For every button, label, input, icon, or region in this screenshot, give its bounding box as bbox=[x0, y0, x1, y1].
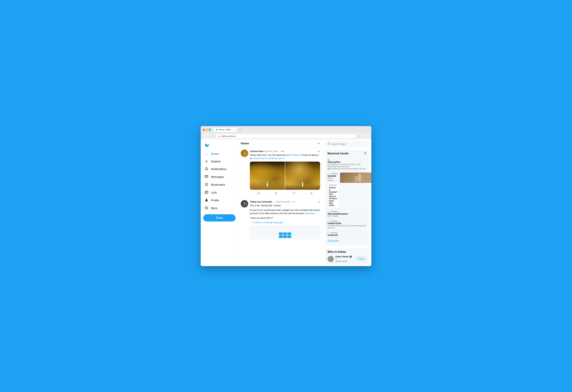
sidebar-label-home: Home bbox=[211, 152, 219, 156]
lists-icon bbox=[205, 191, 208, 195]
sidebar-label-bookmarks: Bookmarks bbox=[211, 183, 225, 186]
forward-button[interactable]: → bbox=[209, 135, 211, 137]
tweet-more-1[interactable]: ∨ bbox=[318, 150, 320, 153]
dune-person-right bbox=[302, 183, 303, 187]
trends-header: Montreal trends bbox=[328, 152, 367, 155]
sidebar-item-more[interactable]: More bbox=[203, 205, 236, 212]
sidebar-item-explore[interactable]: # Explore bbox=[203, 158, 236, 165]
twitter-favicon: 🐦 bbox=[216, 129, 218, 131]
trend-item-disneyplus[interactable]: 📢 #DisneyPlus #DisneyPlus is coming to C… bbox=[328, 157, 367, 171]
feed-title: Home bbox=[241, 142, 249, 145]
show-more-link[interactable]: Show more bbox=[328, 238, 367, 243]
tweet-author-info-1: Joshua Earle @joshua_earle · 45m bbox=[250, 150, 285, 152]
svg-line-12 bbox=[330, 144, 330, 145]
close-button[interactable] bbox=[203, 129, 205, 131]
menu-dots-icon[interactable]: ⋮ bbox=[365, 135, 367, 137]
refresh-button[interactable]: ↻ bbox=[213, 135, 214, 137]
tweet-more-2[interactable]: ∨ bbox=[318, 200, 320, 204]
sidebar-item-bookmarks[interactable]: Bookmarks bbox=[203, 181, 236, 189]
semplice-cell bbox=[287, 235, 291, 238]
notifications-icon bbox=[205, 167, 208, 171]
svg-point-13 bbox=[365, 153, 366, 153]
settings-icon[interactable] bbox=[364, 152, 367, 155]
author-name-1: Joshua Earle bbox=[250, 150, 263, 152]
tweet-image-right[interactable] bbox=[285, 162, 320, 190]
promo-by-label: 📢 Promoted by Walt Disney Studios Canada bbox=[328, 168, 367, 170]
reply-button-1[interactable] bbox=[256, 191, 261, 196]
tweet-content-2: Tobias van Schneider ✓ @vanschneider · 1… bbox=[250, 200, 320, 240]
minimize-button[interactable] bbox=[206, 129, 208, 131]
semplice-cell bbox=[283, 232, 287, 235]
trend-category-seinfeld: 1 · Trending bbox=[328, 173, 339, 175]
tweet-text-line1: This is the "DEADLINE" symbol. bbox=[250, 204, 320, 207]
tweet-avatar-1[interactable]: J bbox=[241, 150, 248, 157]
tweet-text-1: Hiking High Dune. Our first adventure on… bbox=[250, 153, 320, 160]
url-field[interactable]: 🔒 twitter.com/home bbox=[216, 134, 356, 138]
follow-button-1[interactable]: Follow bbox=[355, 257, 367, 261]
tweet-author-info-2: Tobias van Schneider ✓ @vanschneider · 1… bbox=[250, 200, 295, 203]
sidebar-item-profile[interactable]: Profile bbox=[203, 197, 236, 204]
search-placeholder: Search Twitter bbox=[332, 143, 346, 145]
browser-titlebar: 🐦 Home / Twitter ✕ + ← → ↻ 🔒 twitter.com… bbox=[201, 126, 371, 139]
author-name-2: Tobias van Schneider bbox=[250, 200, 272, 203]
svg-point-11 bbox=[328, 143, 330, 145]
twitter-logo[interactable]: 🐦 bbox=[203, 141, 236, 150]
semplice-cell bbox=[287, 232, 291, 235]
sidebar-item-messages[interactable]: Messages bbox=[203, 173, 236, 181]
follow-handle-1: @gilliannatalie bbox=[335, 260, 354, 262]
new-tab-button[interactable]: + bbox=[238, 128, 242, 132]
svg-point-7 bbox=[206, 208, 206, 208]
tweet-text-line2: It's part of our symbol pack that's stra… bbox=[250, 209, 320, 215]
like-button-1[interactable] bbox=[291, 191, 297, 196]
sidebar-item-notifications[interactable]: Notifications bbox=[203, 166, 236, 173]
author-handle-1: @joshua_earle bbox=[264, 150, 278, 152]
card-text: Friends or Seinfeld? Fans sign off on wh… bbox=[329, 187, 337, 206]
tweet-link-2[interactable]: semplice.com/design-language bbox=[253, 221, 283, 224]
tweet-mention-2[interactable]: @webalys bbox=[305, 212, 315, 215]
url-text: twitter.com/home bbox=[221, 135, 236, 137]
browser-tab[interactable]: 🐦 Home / Twitter ✕ bbox=[214, 128, 237, 132]
trend-count-monday: 125K Tweets bbox=[328, 215, 367, 217]
sidebar-label-lists: Lists bbox=[211, 191, 217, 194]
trend-trending-with-amoconf: Trending with: #amoconf19, premier doug … bbox=[328, 225, 367, 229]
trend-name-disneyplus: #DisneyPlus bbox=[328, 161, 367, 163]
trend-item-amoconf[interactable]: 3 · Trending #AMOConf19 Trending with: #… bbox=[328, 219, 367, 230]
sparkle-icon[interactable]: ✦ bbox=[318, 142, 320, 145]
promo-icon: 📢 bbox=[328, 159, 329, 161]
tab-close-button[interactable]: ✕ bbox=[233, 129, 235, 131]
tweet-avatar-2[interactable]: T bbox=[241, 200, 248, 208]
trend-seinfeld-content: 1 · Trending Seinfeld 10.9K Tweets Telev… bbox=[328, 173, 367, 208]
tweet-link-1[interactable]: explorehuper.com/hiking-high-du... bbox=[253, 157, 286, 160]
tweet-content-1: Joshua Earle @joshua_earle · 45m ∨ Hikin… bbox=[250, 150, 320, 196]
search-icon bbox=[328, 142, 330, 146]
share-button-1[interactable] bbox=[309, 191, 314, 196]
tab-title: Home / Twitter bbox=[219, 129, 231, 131]
follow-info-1: Gillian Natalie 🔵 ✓ @gilliannatalie bbox=[335, 256, 354, 262]
cast-icon[interactable]: ⊙ bbox=[358, 135, 360, 137]
tweet-image-left[interactable] bbox=[250, 162, 285, 190]
tweet-card-2[interactable] bbox=[250, 226, 320, 240]
sidebar-item-lists[interactable]: Lists bbox=[203, 189, 236, 196]
trend-name-unifor: #Unifor19 bbox=[328, 234, 367, 236]
fullscreen-button[interactable] bbox=[209, 129, 211, 131]
tweet-hashtag-1[interactable]: #TheBigTrip bbox=[290, 154, 302, 156]
tweet-item-2: T Tobias van Schneider ✓ @vanschneider ·… bbox=[238, 198, 323, 240]
trend-item-seinfeld[interactable]: 1 · Trending Seinfeld 10.9K Tweets Telev… bbox=[328, 171, 367, 209]
tweet-text-line3: I hope you gonna like it! bbox=[250, 216, 320, 220]
back-button[interactable]: ← bbox=[205, 135, 207, 137]
search-box[interactable]: Search Twitter bbox=[325, 141, 369, 147]
twitter-app: 🐦 ⌂ Home # Explore Notifications bbox=[201, 139, 371, 266]
svg-point-9 bbox=[207, 208, 207, 208]
retweet-button-1[interactable] bbox=[273, 191, 279, 196]
bookmark-star-icon[interactable]: ☆ bbox=[361, 135, 363, 137]
trend-item-mondaymotivation[interactable]: 2 · Trending #MondayMotivation 125K Twee… bbox=[328, 209, 367, 219]
trend-item-unifor[interactable]: 4 · Trending #Unifor19 bbox=[328, 230, 367, 238]
verified-badge-2: ✓ bbox=[273, 200, 275, 203]
promo-icon: 📢 bbox=[328, 168, 330, 170]
messages-icon bbox=[205, 175, 208, 179]
sidebar-item-home[interactable]: ⌂ Home bbox=[203, 151, 236, 158]
tweet-time-1: · bbox=[279, 150, 280, 152]
more-icon bbox=[205, 206, 208, 211]
tweet-button[interactable]: Tweet bbox=[203, 214, 236, 222]
right-sidebar: Search Twitter Montreal trends bbox=[323, 139, 371, 266]
